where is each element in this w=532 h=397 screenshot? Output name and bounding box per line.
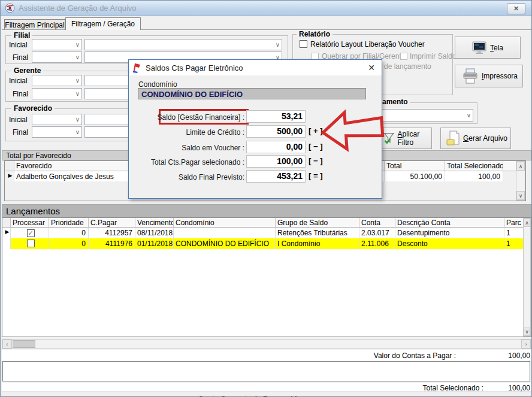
filial-inicial-label: Inicial bbox=[9, 41, 28, 49]
scroll-up-icon[interactable]: ∧ bbox=[516, 162, 525, 171]
conta-cell: 2.03.017 bbox=[359, 228, 395, 238]
scroll-down-icon[interactable]: ∨ bbox=[516, 191, 525, 200]
col-condominio[interactable]: Condomínio bbox=[174, 218, 276, 228]
scroll-down-icon[interactable]: ∨ bbox=[524, 328, 530, 336]
scroll-up-icon[interactable]: ∧ bbox=[524, 219, 530, 227]
window-titlebar: Assistente de Geração de Arquivo ✕ bbox=[1, 1, 531, 16]
gerente-inicial-combo[interactable]: ∨ bbox=[32, 75, 82, 86]
grupo-saldo-cell: I Condomínio bbox=[276, 238, 359, 249]
filial-final-combo[interactable]: ∨ bbox=[32, 51, 82, 63]
tela-button-label: Tela bbox=[490, 44, 503, 52]
col-descricao-conta[interactable]: Descrição Conta bbox=[395, 218, 504, 228]
tab-filtragem-geracao[interactable]: Filtragem / Geração bbox=[65, 17, 141, 30]
col-prioridade[interactable]: Prioridade bbox=[49, 218, 89, 228]
close-icon: ✕ bbox=[513, 5, 519, 12]
saldo-final-label: Saldo Final Previsto: bbox=[129, 173, 244, 181]
total-selecionado-col-header[interactable]: Total Selecionado bbox=[445, 161, 503, 171]
cpagar-cell: 4111976 bbox=[89, 238, 135, 249]
lancamento-row-1[interactable]: ▶ ✓ 0 4112957 08/11/2018 Retenções Tribu… bbox=[2, 228, 531, 238]
total-selecionado-label: Total Selecionado : bbox=[300, 384, 483, 392]
valor-contas-value: 100,00 bbox=[458, 351, 530, 360]
valor-contas-label: Valor do Contas a Pagar : bbox=[240, 351, 456, 360]
conta-cell: 2.11.006 bbox=[359, 238, 395, 249]
prioridade-cell: 0 bbox=[49, 238, 89, 249]
total-cell: 50.100,00 bbox=[385, 171, 445, 181]
saldo-gestao-value: 53,21 bbox=[246, 110, 306, 123]
parc-cell: 1 bbox=[504, 228, 524, 238]
col-parc[interactable]: Parc bbox=[504, 218, 524, 228]
total-col-header[interactable]: Total bbox=[385, 161, 445, 171]
app-icon bbox=[5, 3, 15, 13]
favorecido-inicial-combo[interactable]: ∨ bbox=[32, 114, 82, 125]
condominio-cell: CONDOMÍNIO DO EDIFÍCIO bbox=[174, 238, 276, 249]
parc-cell: 1 bbox=[504, 238, 524, 249]
col-processar[interactable]: Processar bbox=[11, 218, 49, 228]
app-window: Assistente de Geração de Arquivo ✕ Filtr… bbox=[0, 0, 532, 397]
total-cts-pagar-op: [ − ] bbox=[309, 156, 322, 165]
favorecido-inicial-label: Inicial bbox=[9, 116, 28, 124]
favorecido-final-combo[interactable]: ∨ bbox=[32, 126, 82, 138]
col-cpagar[interactable]: C.Pagar bbox=[89, 218, 135, 228]
observacao-textbox[interactable] bbox=[2, 361, 530, 381]
gerente-final-label: Final bbox=[13, 90, 28, 98]
saldo-gestao-label: Saldo [Gestão Financeira] : bbox=[129, 113, 244, 122]
filial-inicial-combo[interactable]: ∨ bbox=[32, 39, 82, 50]
lancamentos-hscrollbar[interactable]: ‹ › bbox=[2, 339, 531, 349]
favorecido-grid-vscrollbar[interactable]: ∧ ∨ bbox=[516, 161, 525, 201]
total-selecionado-value: 100,00 bbox=[458, 384, 530, 392]
group-relatorio-title: Relatório bbox=[297, 30, 332, 38]
saldos-modal: Saldos Cts Pagar Eletrônico ✕ Condomínio… bbox=[128, 59, 382, 199]
hscroll-thumb[interactable] bbox=[13, 340, 35, 348]
spacer-header bbox=[503, 161, 516, 171]
gerar-arquivo-button[interactable]: Gerar Arquivo bbox=[440, 128, 511, 149]
lancamento-row-2[interactable]: 0 4111976 01/11/2018 CONDOMÍNIO DO EDIFÍ… bbox=[2, 238, 531, 249]
col-conta[interactable]: Conta bbox=[359, 218, 395, 228]
processar-checkbox-unchecked[interactable] bbox=[27, 240, 35, 247]
row-marker-icon: ▶ bbox=[2, 228, 11, 238]
scroll-right-icon[interactable]: › bbox=[521, 340, 531, 348]
modal-close-button[interactable]: ✕ bbox=[366, 62, 377, 73]
imprimir-saldo-label: Imprimir Saldo bbox=[410, 52, 456, 60]
red-arrow-annotation bbox=[321, 107, 385, 154]
window-close-button[interactable]: ✕ bbox=[507, 3, 525, 14]
descricao-cell: Desconto bbox=[395, 238, 504, 249]
limite-credito-label: Limite de Crédito : bbox=[129, 128, 244, 137]
row-marker-empty bbox=[2, 238, 11, 249]
total-selecionado-cell: 100,00 bbox=[445, 171, 503, 181]
cpagar-cell: 4112957 bbox=[89, 228, 135, 238]
lancamentos-band: Lançamentos bbox=[2, 204, 531, 217]
grupo-saldo-cell: Retenções Tributárias bbox=[276, 228, 359, 238]
chevron-down-icon: ∨ bbox=[75, 41, 80, 47]
prioridade-cell: 0 bbox=[49, 228, 89, 238]
tab-filtragem-principal[interactable]: Filtragem Principal bbox=[4, 19, 65, 30]
spacer-cell bbox=[503, 171, 516, 181]
chevron-down-icon: ∨ bbox=[75, 90, 80, 96]
relatorio-layout-voucher-checkbox[interactable] bbox=[300, 40, 307, 48]
modal-title: Saldos Cts Pagar Eletrônico bbox=[146, 63, 243, 72]
processar-checkbox-checked[interactable]: ✓ bbox=[27, 229, 35, 237]
printer-icon bbox=[463, 68, 478, 84]
chevron-down-icon: ∨ bbox=[75, 77, 80, 83]
chevron-down-icon: ∨ bbox=[75, 128, 80, 135]
processar-cell: ✓ bbox=[11, 228, 49, 238]
scroll-left-icon[interactable]: ‹ bbox=[2, 340, 12, 348]
tela-button[interactable]: Tela bbox=[455, 37, 521, 59]
group-favorecido-title: Favorecido bbox=[11, 104, 55, 113]
lancamentos-vscrollbar[interactable]: ∧ ∨ bbox=[523, 218, 531, 337]
imprimir-saldo-checkbox[interactable] bbox=[400, 53, 407, 60]
descricao-cell: Desentupimento bbox=[395, 228, 504, 238]
filial-inicial-desc-combo[interactable]: ∨ bbox=[84, 39, 282, 50]
impressora-button[interactable]: Impressora bbox=[455, 65, 523, 87]
saldo-final-value: 453,21 bbox=[246, 170, 306, 183]
favorecido-marker-header bbox=[5, 161, 14, 171]
saldo-voucher-value: 0,00 bbox=[246, 141, 306, 153]
processar-cell bbox=[11, 238, 49, 249]
col-vencimento[interactable]: Vencimento bbox=[135, 218, 174, 228]
lancamento-fragment-label: de lançamento bbox=[384, 62, 431, 71]
modal-titlebar: Saldos Cts Pagar Eletrônico ✕ bbox=[129, 60, 382, 75]
group-gerente-title: Gerente bbox=[11, 66, 43, 75]
col-grupo-saldo[interactable]: Grupo de Saldo bbox=[276, 218, 359, 228]
chevron-down-icon: ∨ bbox=[467, 111, 471, 118]
gerente-final-combo[interactable]: ∨ bbox=[32, 88, 82, 99]
vencimento-cell: 08/11/2018 bbox=[135, 228, 174, 238]
